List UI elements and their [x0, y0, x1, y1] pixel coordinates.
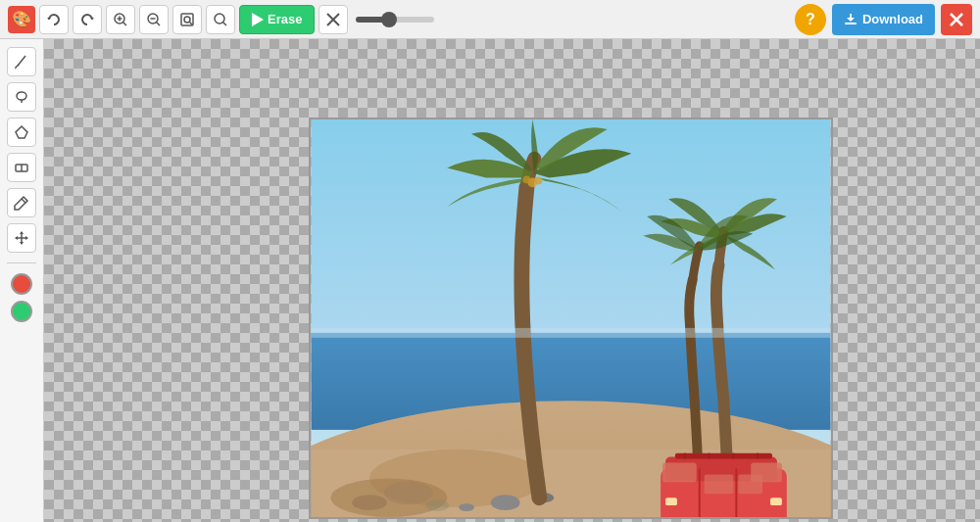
svg-point-42 — [459, 503, 474, 511]
svg-line-5 — [157, 22, 161, 25]
svg-rect-50 — [662, 463, 697, 483]
download-icon — [844, 13, 858, 26]
svg-rect-53 — [738, 474, 762, 494]
top-toolbar: 🎨 — [0, 0, 980, 39]
lasso-tool-button[interactable] — [7, 82, 36, 112]
sidebar-divider — [7, 262, 36, 263]
undo-icon — [46, 12, 62, 27]
close-erase-icon — [326, 13, 340, 26]
erase-label: Erase — [268, 12, 302, 26]
svg-line-1 — [123, 22, 127, 25]
left-sidebar — [0, 39, 44, 522]
brush-tool-button[interactable] — [7, 47, 36, 76]
zoom-out-button[interactable] — [139, 5, 169, 34]
download-label: Download — [862, 12, 923, 26]
eraser-icon — [14, 160, 29, 175]
svg-rect-64 — [770, 498, 782, 505]
brush-size-slider[interactable] — [356, 17, 434, 23]
svg-point-71 — [384, 481, 433, 504]
download-button[interactable]: Download — [832, 4, 935, 35]
play-icon — [252, 13, 264, 26]
move-icon — [14, 230, 29, 246]
close-app-button[interactable] — [941, 4, 972, 35]
svg-line-9 — [190, 22, 193, 24]
undo-button[interactable] — [39, 5, 69, 34]
svg-rect-52 — [705, 474, 734, 494]
svg-point-45 — [534, 176, 542, 184]
close-erase-button[interactable] — [318, 5, 348, 34]
help-button[interactable]: ? — [795, 4, 826, 35]
svg-rect-17 — [850, 14, 852, 20]
svg-point-73 — [425, 499, 449, 511]
color-red-button[interactable] — [11, 273, 32, 295]
erase-button[interactable]: Erase — [239, 5, 315, 34]
svg-line-20 — [18, 56, 25, 66]
app-logo-icon: 🎨 — [12, 10, 31, 28]
svg-line-11 — [223, 22, 227, 25]
color-green-button[interactable] — [11, 301, 32, 322]
redo-button[interactable] — [73, 5, 102, 34]
svg-point-40 — [491, 495, 520, 510]
svg-marker-30 — [20, 231, 24, 234]
zoom-fit-icon — [179, 12, 195, 27]
eraser-tool-button[interactable] — [7, 153, 36, 182]
scene-svg — [311, 119, 831, 517]
close-app-icon — [950, 13, 963, 26]
canvas-area — [44, 39, 980, 522]
help-icon: ? — [806, 11, 815, 28]
polygon-select-icon — [14, 124, 29, 140]
redo-icon — [79, 12, 95, 27]
zoom-fit-button[interactable] — [172, 5, 202, 34]
svg-rect-46 — [312, 328, 831, 338]
svg-rect-15 — [845, 23, 857, 24]
image-canvas[interactable] — [309, 118, 833, 519]
svg-point-72 — [352, 495, 387, 510]
pencil-icon — [14, 195, 29, 211]
lasso-icon — [14, 89, 29, 105]
svg-rect-63 — [665, 498, 677, 505]
zoom-reset-icon — [213, 12, 228, 27]
zoom-out-icon — [146, 12, 162, 27]
zoom-in-icon — [113, 12, 128, 27]
svg-marker-31 — [20, 242, 24, 245]
svg-marker-32 — [15, 236, 18, 240]
svg-marker-12 — [252, 13, 264, 26]
brush-icon — [14, 54, 29, 70]
svg-point-44 — [522, 175, 530, 183]
svg-marker-33 — [25, 236, 28, 240]
svg-point-8 — [184, 17, 190, 23]
move-tool-button[interactable] — [7, 223, 36, 253]
brush-size-slider-container — [356, 17, 434, 23]
pencil-tool-button[interactable] — [7, 188, 36, 217]
polygon-select-button[interactable] — [7, 118, 36, 147]
svg-point-22 — [17, 92, 26, 100]
zoom-reset-button[interactable] — [206, 5, 235, 34]
toolbar-right: ? Download — [795, 4, 972, 35]
app-logo: 🎨 — [8, 6, 35, 33]
svg-line-27 — [22, 199, 25, 203]
svg-line-21 — [17, 65, 19, 67]
svg-marker-24 — [16, 126, 27, 138]
zoom-in-button[interactable] — [106, 5, 135, 34]
